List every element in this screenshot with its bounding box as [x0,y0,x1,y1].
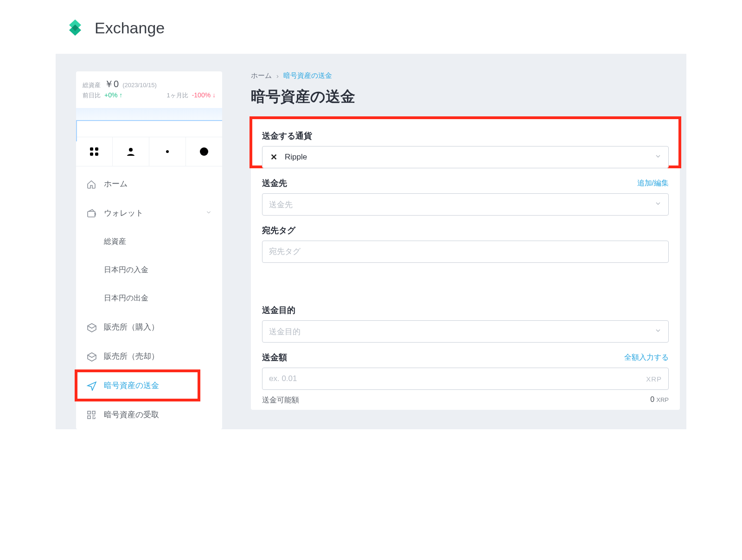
main-panel: ホーム › 暗号資産の送金 暗号資産の送金 送金する通貨 ✕ Ripple [251,71,683,429]
svg-rect-6 [95,153,98,156]
total-asset-value: ￥0 [104,78,119,90]
currency-label: 送金する通貨 [262,130,312,141]
month-change-value: -100% ↓ [192,91,216,99]
nav-send-crypto-label: 暗号資産の送金 [104,380,159,391]
nav-send-crypto[interactable]: 暗号資産の送金 [76,371,222,400]
breadcrumb-current: 暗号資産の送金 [283,71,332,80]
svg-rect-12 [88,411,90,414]
currency-selected: Ripple [285,153,307,162]
nav-buy[interactable]: 販売所（購入） [76,312,222,342]
month-change-label: 1ヶ月比 [166,91,188,100]
tab-settings-icon[interactable] [149,137,186,166]
sidebar-tabbar [76,137,222,166]
amount-input[interactable] [269,368,640,389]
nav-receive-crypto[interactable]: 暗号資産の受取 [76,400,222,429]
stats-block: 総資産 ￥0 (2023/10/15) 前日比 +0% ↑ 1ヶ月比 -100%… [76,71,222,103]
destination-select[interactable]: 送金先 [262,193,669,216]
page-title: 暗号資産の送金 [251,87,680,107]
app-header: Exchange [56,14,686,54]
nav-receive-crypto-label: 暗号資産の受取 [104,409,159,420]
chevron-down-icon [205,209,212,218]
purpose-placeholder: 送金目的 [269,326,301,337]
svg-rect-3 [90,147,93,151]
nav-home[interactable]: ホーム [76,169,222,198]
purpose-label: 送金目的 [262,305,295,316]
svg-rect-4 [95,147,98,151]
chevron-down-icon [654,327,662,337]
nav-wallet-withdraw-jpy[interactable]: 日本円の出金 [76,284,222,312]
svg-rect-11 [88,211,95,217]
available-unit: XRP [656,396,669,403]
as-of-date: (2023/10/15) [122,82,157,89]
nav-list: ホーム ウォレット 総資産 日本円の入金 日本円の出金 販売所（購入） [76,166,222,429]
total-asset-label: 総資産 [83,81,101,89]
day-change-value: +0% ↑ [104,91,122,99]
logo-icon [66,19,84,37]
tag-input-wrap [262,241,669,263]
nav-wallet[interactable]: ウォレット [76,198,222,228]
chevron-down-icon [654,200,662,210]
destination-placeholder: 送金先 [269,199,293,210]
available-label: 送金可能額 [262,395,299,405]
nav-buy-label: 販売所（購入） [104,322,159,332]
nav-wallet-total[interactable]: 総資産 [76,228,222,256]
tab-dashboard-icon[interactable] [76,137,112,166]
svg-point-8 [166,150,169,153]
nav-sell-label: 販売所（売却） [104,351,159,362]
sidebar: 総資産 ￥0 (2023/10/15) 前日比 +0% ↑ 1ヶ月比 -100%… [76,71,222,429]
amount-fill-all-link[interactable]: 全額入力する [624,353,669,363]
tab-help-icon[interactable] [186,137,222,166]
currency-select[interactable]: ✕ Ripple [262,146,669,168]
purpose-select[interactable]: 送金目的 [262,320,669,343]
breadcrumb-home[interactable]: ホーム [251,71,272,80]
sparkline-chart [76,108,222,137]
breadcrumb: ホーム › 暗号資産の送金 [251,71,680,80]
nav-wallet-label: ウォレット [104,208,143,218]
nav-wallet-deposit-jpy[interactable]: 日本円の入金 [76,256,222,284]
destination-label: 送金先 [262,178,287,189]
nav-home-label: ホーム [104,178,128,189]
svg-rect-5 [90,153,93,156]
send-form: 送金する通貨 ✕ Ripple 送金先 追加/編集 [251,119,680,410]
app-name: Exchange [95,19,165,37]
tag-label: 宛先タグ [262,225,295,236]
svg-rect-13 [92,411,95,414]
tag-input[interactable] [269,241,662,262]
nav-sell[interactable]: 販売所（売却） [76,342,222,371]
breadcrumb-sep: › [276,72,279,80]
available-value: 0 [650,395,654,403]
amount-input-wrap: XRP [262,368,669,390]
amount-unit: XRP [646,375,662,383]
chevron-down-icon [654,153,662,162]
destination-edit-link[interactable]: 追加/編集 [637,178,669,188]
tab-account-icon[interactable] [112,137,149,166]
ripple-icon: ✕ [269,153,278,162]
amount-label: 送金額 [262,352,287,363]
svg-point-7 [129,148,133,152]
svg-rect-14 [88,416,90,419]
svg-point-10 [204,153,204,154]
day-change-label: 前日比 [83,91,101,100]
